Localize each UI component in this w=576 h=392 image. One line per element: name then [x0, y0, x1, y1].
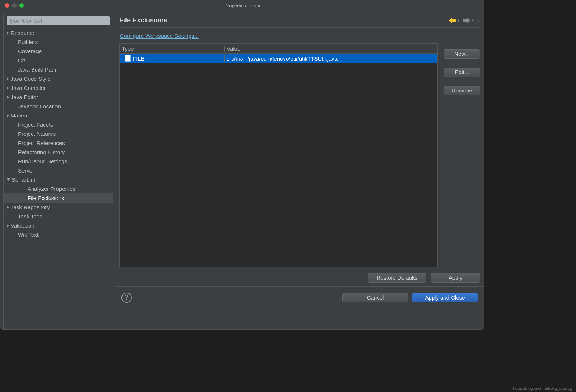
help-icon[interactable]: ?: [121, 293, 132, 303]
expand-arrow-icon[interactable]: [7, 77, 9, 81]
tree-item-label: WikiText: [18, 232, 39, 238]
tree-item-label: Java Compiler: [11, 85, 46, 91]
tree-item-resource[interactable]: Resource: [4, 28, 113, 37]
window-zoom-button[interactable]: [19, 3, 24, 8]
tree-item-label: Project References: [18, 140, 65, 146]
expand-arrow-icon[interactable]: [7, 178, 10, 181]
sidebar: ResourceBuildersCoverageGitJava Build Pa…: [3, 13, 113, 329]
tree-item-task-repository[interactable]: Task Repository: [4, 203, 113, 212]
tree-item-label: Javadoc Location: [18, 103, 61, 109]
cell-value: src/main/java/com/lenovo/cui/util/TTSUti…: [224, 55, 437, 62]
tree-item-run-debug-settings[interactable]: Run/Debug Settings: [4, 157, 113, 166]
filter-input[interactable]: [7, 16, 110, 25]
expand-arrow-icon[interactable]: [7, 86, 9, 90]
window-close-button[interactable]: [5, 3, 9, 8]
window-title: Properties for vsi: [0, 3, 484, 8]
tree-item-label: Java Code Style: [11, 76, 51, 82]
tree-item-java-compiler[interactable]: Java Compiler: [4, 83, 113, 92]
cell-type: FILE: [133, 55, 145, 62]
tree-item-refactoring-history[interactable]: Refactoring History: [4, 148, 113, 157]
new-button[interactable]: New...: [444, 49, 480, 59]
tree-item-java-build-path[interactable]: Java Build Path: [4, 65, 113, 74]
expand-arrow-icon[interactable]: [7, 31, 9, 35]
tree-item-project-references[interactable]: Project References: [4, 138, 113, 148]
apply-and-close-button[interactable]: Apply and Close: [412, 293, 478, 302]
page-title: File Exclusions: [119, 17, 167, 24]
nav-forward-button[interactable]: ▼: [463, 18, 474, 23]
remove-button[interactable]: Remove: [444, 86, 480, 95]
tree-item-builders[interactable]: Builders: [4, 37, 113, 47]
file-icon: [125, 55, 131, 62]
tree-item-coverage[interactable]: Coverage: [4, 47, 113, 56]
tree-item-project-natures[interactable]: Project Natures: [4, 129, 113, 138]
column-header-type[interactable]: Type: [120, 46, 224, 52]
tree-item-label: SonarLint: [12, 177, 35, 183]
expand-arrow-icon[interactable]: [7, 224, 9, 228]
exclusions-table: Type Value FILEsrc/main/java/com/lenovo/…: [119, 43, 438, 267]
tree-item-analyzer-properties[interactable]: Analyzer Properties: [4, 184, 113, 193]
expand-arrow-icon[interactable]: [7, 206, 9, 209]
expand-arrow-icon[interactable]: [7, 114, 9, 117]
tree-item-file-exclusions[interactable]: File Exclusions: [4, 193, 113, 203]
titlebar: Properties for vsi: [0, 0, 484, 11]
tree-item-label: File Exclusions: [28, 195, 64, 201]
tree-item-javadoc-location[interactable]: Javadoc Location: [4, 102, 113, 111]
configure-workspace-link[interactable]: Configure Workspace Settings...: [119, 28, 480, 43]
edit-button[interactable]: Edit...: [444, 68, 480, 77]
tree-item-label: Task Repository: [11, 204, 50, 210]
tree-item-label: Maven: [11, 112, 27, 119]
tree-item-server[interactable]: Server: [4, 166, 113, 175]
tree-item-label: Run/Debug Settings: [18, 158, 67, 164]
properties-dialog: Properties for vsi ResourceBuildersCover…: [0, 0, 484, 330]
tree-item-label: Server: [18, 167, 34, 174]
tree-item-label: Analyzer Properties: [28, 186, 76, 192]
nav-back-button[interactable]: ▼: [449, 18, 460, 23]
tree-item-validation[interactable]: Validation: [4, 221, 113, 230]
tree-item-java-editor[interactable]: Java Editor: [4, 92, 113, 102]
table-row[interactable]: FILEsrc/main/java/com/lenovo/cui/util/TT…: [120, 54, 437, 63]
tree-item-project-facets[interactable]: Project Facets: [4, 120, 113, 129]
tree-item-label: Coverage: [18, 48, 42, 54]
view-menu-icon[interactable]: ▽: [477, 18, 480, 23]
tree-item-label: Task Tags: [18, 213, 42, 219]
tree-item-label: Git: [18, 57, 25, 63]
column-header-value[interactable]: Value: [224, 46, 437, 52]
tree-item-wikitext[interactable]: WikiText: [4, 230, 113, 239]
tree-item-java-code-style[interactable]: Java Code Style: [4, 74, 113, 83]
tree-item-task-tags[interactable]: Task Tags: [4, 212, 113, 221]
tree-item-label: Project Facets: [18, 121, 53, 128]
tree-item-sonarlint[interactable]: SonarLint: [4, 175, 113, 184]
expand-arrow-icon[interactable]: [7, 95, 9, 99]
restore-defaults-button[interactable]: Restore Defaults: [368, 273, 426, 283]
tree-item-label: Refactoring History: [18, 149, 65, 155]
tree-item-label: Java Editor: [11, 94, 38, 100]
tree-item-label: Builders: [18, 39, 38, 45]
tree-item-label: Validation: [11, 222, 34, 229]
cancel-button[interactable]: Cancel: [342, 293, 408, 302]
tree-item-git[interactable]: Git: [4, 56, 113, 65]
tree-item-label: Java Build Path: [18, 66, 56, 73]
window-minimize-button[interactable]: [12, 3, 17, 8]
tree-item-label: Resource: [11, 30, 34, 36]
apply-button[interactable]: Apply: [431, 273, 480, 283]
main-panel: File Exclusions ▼ ▼ ▽ Configure Workspac…: [116, 11, 484, 329]
category-tree: ResourceBuildersCoverageGitJava Build Pa…: [4, 28, 113, 329]
tree-item-maven[interactable]: Maven: [4, 111, 113, 120]
tree-item-label: Project Natures: [18, 131, 56, 137]
